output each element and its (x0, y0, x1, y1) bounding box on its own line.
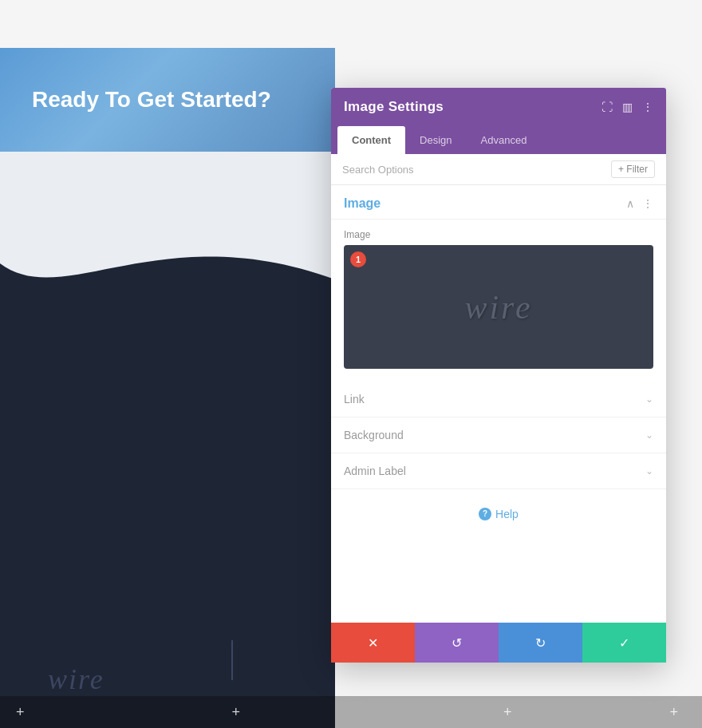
panel-tabs: Content Design Advanced (331, 126, 666, 154)
settings-panel: Image Settings ⛶ ▥ ⋮ Content Design Adva… (331, 88, 666, 663)
tab-advanced[interactable]: Advanced (467, 126, 542, 154)
bottom-bar: + + + + (0, 696, 702, 728)
image-field-label: Image (331, 220, 666, 245)
help-section: ? Help (331, 489, 666, 536)
help-link[interactable]: ? Help (479, 508, 519, 520)
wire-logo-footer: wire (48, 663, 105, 696)
dark-section: wire (0, 295, 335, 728)
section-title: Image (344, 196, 381, 211)
panel-header: Image Settings ⛶ ▥ ⋮ (331, 88, 666, 126)
more-icon[interactable]: ⋮ (642, 101, 653, 113)
background-section[interactable]: Background ⌄ (331, 417, 666, 453)
link-chevron-icon: ⌄ (645, 394, 653, 405)
help-text: Help (495, 508, 519, 520)
image-section-header: Image ∧ ⋮ (331, 185, 666, 220)
collapse-icon[interactable]: ∧ (626, 197, 634, 210)
panel-header-icons: ⛶ ▥ ⋮ (601, 101, 653, 113)
hero-section: Ready To Get Started? (0, 48, 335, 152)
background-chevron-icon: ⌄ (645, 429, 653, 441)
wave-section (0, 152, 335, 311)
section-header-icons: ∧ ⋮ (626, 197, 653, 210)
columns-icon[interactable]: ▥ (622, 101, 633, 113)
undo-button[interactable]: ↺ (415, 623, 499, 663)
add-button-left[interactable]: + (0, 696, 41, 728)
section-more-icon[interactable]: ⋮ (642, 197, 653, 210)
image-badge: 1 (350, 251, 366, 267)
fullscreen-icon[interactable]: ⛶ (601, 101, 613, 113)
image-upload-area[interactable]: 1 wire (344, 245, 653, 369)
search-placeholder[interactable]: Search Options (342, 164, 414, 176)
link-section[interactable]: Link ⌄ (331, 382, 666, 417)
save-button[interactable]: ✓ (582, 623, 666, 663)
panel-title: Image Settings (344, 99, 444, 115)
add-button-center2[interactable]: + (487, 696, 528, 728)
cancel-button[interactable]: ✕ (331, 623, 415, 663)
hero-title: Ready To Get Started? (32, 86, 271, 113)
tab-content[interactable]: Content (337, 126, 405, 154)
search-bar: Search Options + Filter (331, 154, 666, 185)
panel-footer: ✕ ↺ ↻ ✓ (331, 623, 666, 663)
link-label: Link (344, 393, 365, 406)
filter-button[interactable]: + Filter (611, 160, 655, 178)
help-icon: ? (479, 508, 491, 520)
add-button-right[interactable]: + (653, 696, 694, 728)
panel-body: Image ∧ ⋮ Image 1 wire Link ⌄ Background… (331, 185, 666, 623)
wire-logo-preview: wire (464, 288, 532, 326)
tab-design[interactable]: Design (405, 126, 466, 154)
admin-label-chevron-icon: ⌄ (645, 465, 653, 477)
divider-line (231, 640, 233, 680)
admin-label-label: Admin Label (344, 465, 406, 477)
admin-label-section[interactable]: Admin Label ⌄ (331, 453, 666, 489)
add-button-center1[interactable]: + (216, 696, 257, 728)
background-label: Background (344, 429, 404, 441)
redo-button[interactable]: ↻ (499, 623, 582, 663)
